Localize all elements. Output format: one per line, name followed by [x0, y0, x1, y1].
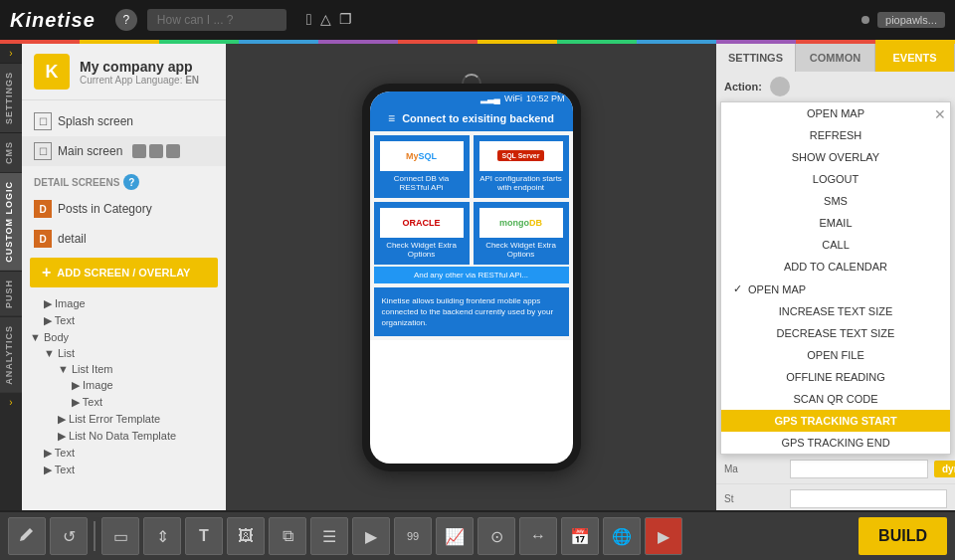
- app-logo: Kinetise: [10, 9, 96, 32]
- chart-tool-btn[interactable]: 📈: [436, 517, 474, 555]
- help-button[interactable]: ?: [115, 9, 137, 31]
- sidebar: K My company app Current App Language: E…: [22, 44, 226, 510]
- screen-item-posts[interactable]: D Posts in Category: [22, 194, 226, 224]
- app-lang: Current App Language: EN: [80, 75, 199, 86]
- screen-item-splash[interactable]: ☐ Splash screen: [22, 106, 226, 136]
- sidebar-item-settings[interactable]: SETTINGS: [0, 63, 22, 132]
- dropdown-item-logout[interactable]: LOGOUT: [721, 168, 950, 190]
- rect-tool-btn[interactable]: ▭: [101, 517, 139, 555]
- dropdown-item-refresh[interactable]: REFRESH: [721, 124, 950, 146]
- globe-tool-btn[interactable]: 🌐: [603, 517, 641, 555]
- ma-label: Ma: [724, 464, 784, 474]
- add-screen-button[interactable]: + ADD SCREEN / OVERLAY: [30, 258, 218, 287]
- panel-row-st: St: [716, 484, 955, 510]
- copy-tool-btn[interactable]: ⧉: [269, 517, 306, 555]
- tab-common[interactable]: COMMON: [796, 44, 875, 72]
- dropdown-item-gps-start[interactable]: GPS TRACKING START: [721, 410, 950, 432]
- edit-tool-btn[interactable]: [8, 517, 46, 555]
- build-button[interactable]: BUILD: [859, 517, 947, 555]
- apple-icon[interactable]: : [306, 11, 312, 29]
- dropdown-item-openmap2[interactable]: ✓ OPEN MAP: [721, 278, 950, 300]
- card1-title: Connect DB via RESTful APi: [380, 174, 464, 192]
- tree-item[interactable]: ▶ List Error Template: [30, 411, 218, 428]
- tab-settings[interactable]: SETTINGS: [716, 44, 796, 72]
- dropdown-item-email[interactable]: EMAIL: [721, 212, 950, 234]
- toolbar-sep-1: [94, 521, 96, 551]
- phone-grid: MySQL Connect DB via RESTful APi SQL Ser…: [374, 135, 569, 265]
- sidebar-item-analytics[interactable]: ANALYTICS: [0, 316, 22, 393]
- card3-title: Check Widget Extra Options: [380, 241, 464, 259]
- sidebar-item-cms[interactable]: CMS: [0, 132, 22, 172]
- action-row: Action:: [716, 72, 955, 101]
- search-input[interactable]: [147, 9, 286, 31]
- dropdown-item-calendar[interactable]: ADD TO CALENDAR: [721, 256, 950, 278]
- dropdown-item-increase[interactable]: INCREASE TEXT SIZE: [721, 300, 950, 322]
- list-tool-btn[interactable]: ☰: [310, 517, 348, 555]
- app-info: My company app Current App Language: EN: [80, 59, 199, 86]
- phone-card-mongodb: mongoDB Check Widget Extra Options: [474, 202, 569, 265]
- video-tool-btn[interactable]: ▶: [645, 517, 682, 555]
- refresh-tool-btn[interactable]: ↺: [50, 517, 88, 555]
- dynamic-btn[interactable]: dynamic: [934, 461, 955, 477]
- any-other-text: And any other via RESTful APi...: [374, 267, 569, 283]
- text-tool-btn[interactable]: T: [185, 517, 223, 555]
- vtab-arrow-bottom[interactable]: ›: [0, 393, 22, 412]
- nav-right: piopawls...: [861, 12, 945, 28]
- user-avatar[interactable]: piopawls...: [877, 12, 945, 28]
- tree-item[interactable]: ▶ List No Data Template: [30, 428, 218, 445]
- add-screen-label: ADD SCREEN / OVERLAY: [57, 267, 190, 279]
- screen-icon: ☐: [34, 142, 52, 160]
- calendar-tool-btn[interactable]: 📅: [561, 517, 599, 555]
- tree-item[interactable]: ▶ Text: [30, 312, 218, 329]
- tree-item[interactable]: ▼ List: [30, 345, 218, 361]
- action-delete-btn[interactable]: [770, 77, 790, 96]
- phone-card-oracle: ORACLE Check Widget Extra Options: [374, 202, 470, 265]
- circle-tool-btn[interactable]: ⊙: [478, 517, 515, 555]
- dropdown-item-call[interactable]: CALL: [721, 234, 950, 256]
- add-icon: +: [42, 264, 51, 281]
- dropdown-item-qr[interactable]: SCAN QR CODE: [721, 388, 950, 410]
- tree-item[interactable]: ▶ Text: [30, 445, 218, 462]
- action-label: Action:: [724, 81, 762, 93]
- dropdown-item-openfile[interactable]: OPEN FILE: [721, 344, 950, 366]
- detail-help-icon[interactable]: ?: [123, 174, 139, 190]
- vtab-arrow-top[interactable]: ›: [0, 44, 22, 63]
- badge-icon-2: [149, 144, 163, 158]
- tree-item[interactable]: ▶ Image: [30, 295, 218, 312]
- android-icon[interactable]: △: [320, 11, 331, 29]
- dropdown-item-offline[interactable]: OFFLINE READING: [721, 366, 950, 388]
- resize-tool-btn[interactable]: ⇕: [143, 517, 181, 555]
- dropdown-close-btn[interactable]: ✕: [934, 106, 946, 122]
- dropdown-item-openmap1[interactable]: OPEN MAP: [721, 102, 950, 124]
- dropdown-item-gps-end[interactable]: GPS TRACKING END: [721, 432, 950, 454]
- tree-item[interactable]: ▼ Body: [30, 329, 218, 345]
- play-tool-btn[interactable]: ▶: [352, 517, 390, 555]
- screen-label: Splash screen: [58, 114, 133, 128]
- dropdown-item-sms[interactable]: SMS: [721, 190, 950, 212]
- tree-view: ▶ Image ▶ Text ▼ Body ▼ List ▼ List Item…: [22, 291, 226, 482]
- image-tool-btn[interactable]: 🖼: [227, 517, 265, 555]
- dropdown-item-decrease[interactable]: DECREASE TEXT SIZE: [721, 322, 950, 344]
- share-tool-btn[interactable]: ↔: [519, 517, 557, 555]
- sqlserver-logo: SQL Server: [479, 141, 563, 171]
- mongodb-logo: mongoDB: [479, 208, 563, 238]
- screen-list: ☐ Splash screen ☐ Main screen DETAIL SCR…: [22, 100, 226, 510]
- windows-icon[interactable]: ❐: [339, 11, 352, 29]
- screen-badges: [132, 144, 180, 158]
- sidebar-item-push[interactable]: PUSH: [0, 271, 22, 316]
- tree-item[interactable]: ▶ Text: [30, 394, 218, 411]
- dropdown-item-showoverlay[interactable]: SHOW OVERLAY: [721, 146, 950, 168]
- tab-events[interactable]: EVENTS: [875, 44, 955, 72]
- tree-item[interactable]: ▶ Text: [30, 462, 218, 478]
- ma-input[interactable]: [790, 460, 928, 478]
- st-input[interactable]: [790, 489, 947, 508]
- number-tool-btn[interactable]: 99: [394, 517, 432, 555]
- app-header: K My company app Current App Language: E…: [22, 44, 226, 100]
- screen-item-detail[interactable]: D detail: [22, 224, 226, 254]
- sidebar-item-custom-logic[interactable]: CUSTOM LOGIC: [0, 172, 22, 271]
- screen-item-main[interactable]: ☐ Main screen: [22, 136, 226, 166]
- tree-item[interactable]: ▶ Image: [30, 377, 218, 394]
- app-logo-icon: K: [34, 54, 70, 90]
- tree-item[interactable]: ▼ List Item: [30, 361, 218, 377]
- phone-desc-text: Kinetise allows building frontend mobile…: [382, 295, 561, 329]
